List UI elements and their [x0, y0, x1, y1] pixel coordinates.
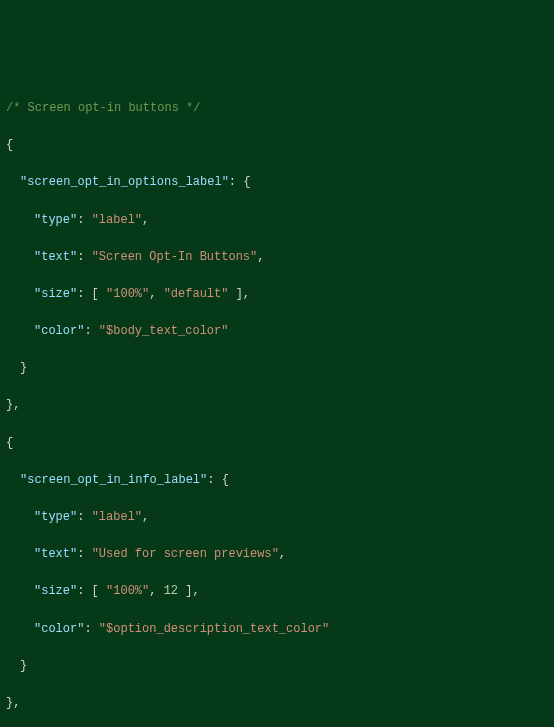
json-string: "100%": [106, 287, 149, 301]
brace-open: {: [6, 436, 13, 450]
json-number: 12: [164, 584, 178, 598]
json-key: "size": [34, 584, 77, 598]
json-string: "default": [164, 287, 229, 301]
json-string: "Screen Opt-In Buttons": [92, 250, 258, 264]
json-key: "color": [34, 324, 84, 338]
json-key: "text": [34, 250, 77, 264]
brace-open: {: [6, 138, 13, 152]
json-key: "screen_opt_in_info_label": [20, 473, 207, 487]
json-string: "$option_description_text_color": [99, 622, 329, 636]
json-string: "$body_text_color": [99, 324, 229, 338]
brace-close: }: [20, 659, 27, 673]
json-string: "Used for screen previews": [92, 547, 279, 561]
json-key: "type": [34, 510, 77, 524]
code-block: /* Screen opt-in buttons */ { "screen_op…: [6, 80, 554, 727]
brace-close-comma: },: [6, 696, 20, 710]
json-key: "text": [34, 547, 77, 561]
json-string: "label": [92, 213, 142, 227]
comment: /* Screen opt-in buttons */: [6, 101, 200, 115]
json-string: "100%": [106, 584, 149, 598]
json-key: "size": [34, 287, 77, 301]
brace-close: }: [20, 361, 27, 375]
json-string: "label": [92, 510, 142, 524]
json-key: "color": [34, 622, 84, 636]
json-key: "type": [34, 213, 77, 227]
json-key: "screen_opt_in_options_label": [20, 175, 229, 189]
brace-close-comma: },: [6, 398, 20, 412]
